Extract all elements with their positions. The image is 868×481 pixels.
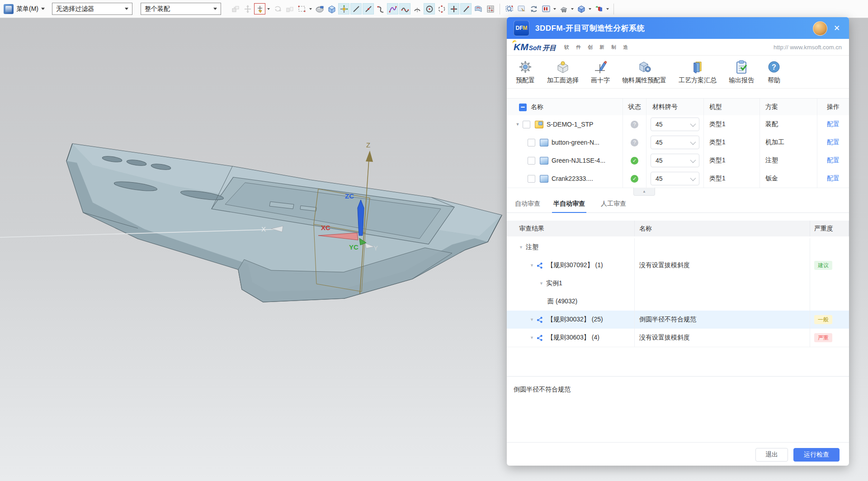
solid-box-icon[interactable] (326, 3, 337, 14)
menu-dropdown-caret[interactable] (41, 8, 45, 10)
quick-point-icon[interactable] (448, 3, 459, 14)
mirror-component-icon[interactable] (284, 3, 295, 14)
configure-link[interactable]: 配置 (827, 120, 840, 128)
select-all-checkbox[interactable] (519, 104, 527, 111)
pencil-cross-icon (593, 59, 608, 75)
selection-rectangle-icon[interactable] (296, 3, 307, 14)
shaded-sphere-icon[interactable] (314, 3, 325, 14)
close-icon[interactable] (832, 23, 842, 33)
window-layout-icon[interactable] (540, 3, 552, 14)
machining-face-select-button[interactable]: 加工面选择 (547, 59, 579, 85)
profile-line-icon[interactable] (363, 3, 374, 14)
material-select[interactable]: 45 (651, 154, 699, 167)
axis-label-xc: XC (321, 224, 330, 231)
menu-button[interactable]: 菜单(M) (16, 5, 38, 13)
toolbar-separator (500, 4, 500, 14)
visual-effects-caret[interactable] (606, 8, 609, 10)
quick-line-icon[interactable] (460, 3, 472, 14)
result-rule-row[interactable]: 【规则307092】 (1) 没有设置拔模斜度 建议 (507, 256, 849, 275)
circle-icon[interactable] (436, 3, 447, 14)
snap-filter-caret[interactable] (267, 8, 270, 10)
detail-section: 倒圆半径不符合规范 (507, 376, 849, 394)
row-checkbox[interactable] (523, 121, 530, 128)
row-checkbox[interactable] (528, 175, 535, 183)
datum-grid-icon[interactable] (485, 3, 496, 14)
snap-filter-icon[interactable] (254, 3, 265, 14)
collapse-caret-icon[interactable] (519, 245, 523, 250)
expand-caret-icon[interactable] (515, 122, 520, 127)
axis-label-x: X (261, 225, 266, 233)
brand-bar: KMSoft开目 软 件 创 新 制 造 http:// www.kmsoft.… (507, 39, 849, 56)
machine-type: 类型1 (704, 115, 760, 133)
report-check-icon (734, 59, 749, 75)
bridge-curve-icon[interactable] (375, 3, 386, 14)
plotter-output-caret[interactable] (571, 8, 574, 10)
window-layout-caret[interactable] (553, 8, 556, 10)
svg-text:?: ? (772, 63, 776, 71)
run-check-button[interactable]: 运行检查 (793, 448, 840, 462)
row-checkbox[interactable] (528, 157, 535, 165)
dialog-footer: 退出 运行检查 (507, 442, 849, 466)
rule-description: 没有设置拔模斜度 (635, 256, 810, 274)
selection-filter-select[interactable]: 无选择过滤器 (52, 3, 132, 15)
dialog-titlebar[interactable]: DFM 3DDFM-开目可制造性分析系统 (507, 17, 849, 39)
draw-cross-button[interactable]: 画十字 (591, 59, 610, 85)
plotter-output-icon[interactable] (558, 3, 569, 14)
result-rule-row[interactable]: 【规则30603】 (4) 没有设置拔模斜度 严重 (507, 329, 849, 347)
dialog-title: 3DDFM-开目可制造性分析系统 (535, 23, 645, 33)
arc-icon[interactable] (411, 3, 423, 14)
result-instance-row[interactable]: 实例1 (507, 274, 849, 293)
action-label: 画十字 (591, 76, 610, 85)
part-row-assembly[interactable]: S-DEMO-1_STP 45 类型1 装配 配置 (507, 115, 849, 134)
app-logo-icon (4, 4, 14, 14)
zoom-window-icon[interactable] (504, 3, 515, 14)
configure-link[interactable]: 配置 (827, 156, 840, 165)
datum-point-icon[interactable] (338, 3, 349, 14)
circle-center-icon[interactable] (424, 3, 435, 14)
collapse-table-button[interactable] (633, 188, 655, 196)
help-button[interactable]: ? 帮助 (766, 59, 782, 85)
configure-link[interactable]: 配置 (827, 174, 840, 183)
fit-curve-icon[interactable] (399, 3, 410, 14)
result-face-row[interactable]: 面 (49032) (507, 292, 849, 311)
tab-auto-review[interactable]: 自动审查 (514, 195, 541, 212)
material-select[interactable]: 45 (651, 172, 699, 185)
collapse-caret-icon[interactable] (530, 317, 534, 322)
exit-button[interactable]: 退出 (755, 448, 788, 462)
material-properties-button[interactable]: 物料属性预配置 (622, 59, 666, 85)
output-report-button[interactable]: 输出报告 (729, 59, 754, 85)
assembly-constraints-icon[interactable] (230, 3, 241, 14)
user-avatar[interactable] (813, 21, 827, 36)
part-row[interactable]: button-green-N... 45 类型1 机加工 配置 (507, 133, 849, 152)
part-row[interactable]: Crank22333.... 45 类型1 钣金 配置 (507, 170, 849, 188)
selection-scope-select[interactable]: 整个装配 (141, 3, 221, 15)
visual-effects-icon[interactable] (593, 3, 604, 14)
line-icon[interactable] (350, 3, 362, 14)
studio-spline-icon[interactable] (387, 3, 398, 14)
material-select[interactable]: 45 (651, 118, 699, 131)
result-group-row[interactable]: 注塑 (507, 238, 849, 257)
collapse-caret-icon[interactable] (539, 281, 543, 286)
collapse-caret-icon[interactable] (530, 335, 534, 340)
preconfigure-button[interactable]: 预配置 (516, 59, 535, 85)
part-row[interactable]: Green-NJL1SE-4... 45 类型1 注塑 配置 (507, 151, 849, 170)
dfm-logo-icon: DFM (514, 20, 529, 36)
result-rule-row-selected[interactable]: 【规则30032】 (25) 倒圆半径不符合规范 一般 (507, 311, 849, 329)
refresh-view-icon[interactable] (528, 3, 539, 14)
sheet-surface-icon[interactable] (472, 3, 484, 14)
tab-semi-auto-review[interactable]: 半自动审查 (552, 195, 586, 213)
rotate-component-icon[interactable] (272, 3, 283, 14)
configure-link[interactable]: 配置 (827, 138, 840, 146)
pan-view-icon[interactable] (516, 3, 527, 14)
solid-view-caret[interactable] (589, 8, 591, 10)
row-checkbox[interactable] (528, 139, 535, 146)
move-component-icon[interactable] (242, 3, 253, 14)
selection-rectangle-caret[interactable] (309, 8, 312, 10)
column-header-process: 方案 (760, 99, 817, 116)
process-plan-summary-button[interactable]: 工艺方案汇总 (679, 59, 717, 85)
process-type: 注塑 (760, 151, 817, 170)
material-select[interactable]: 45 (651, 136, 699, 149)
collapse-caret-icon[interactable] (530, 263, 534, 268)
solid-view-icon[interactable] (576, 3, 587, 14)
tab-manual-review[interactable]: 人工审查 (600, 195, 627, 212)
